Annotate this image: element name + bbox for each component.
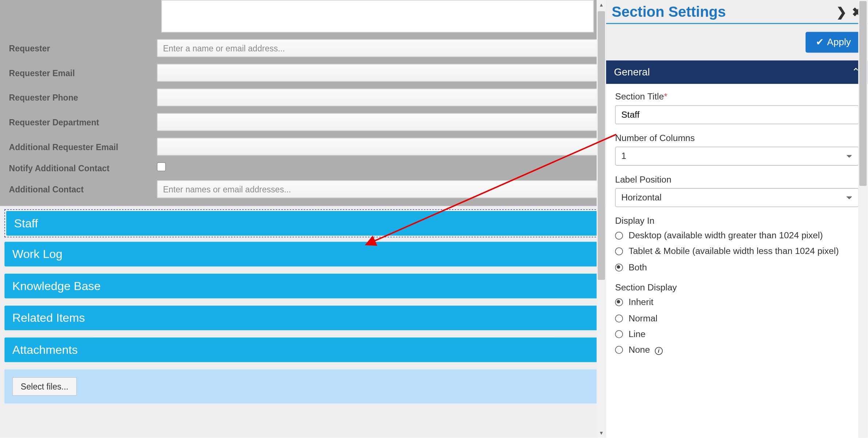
apply-button[interactable]: ✔ Apply	[806, 32, 861, 53]
requester-phone-label: Requester Phone	[4, 93, 157, 102]
section-bar-related[interactable]: Related Items	[4, 306, 601, 331]
section-bar-staff[interactable]: Staff	[6, 211, 600, 236]
info-icon[interactable]: i	[655, 347, 663, 355]
scroll-up-icon[interactable]: ▲	[597, 0, 606, 9]
radio-icon	[615, 330, 623, 338]
section-settings-panel: Section Settings ❯ ✖ ✔ Apply General ⌃ S…	[606, 0, 868, 438]
notify-additional-label: Notify Additional Contact	[4, 163, 157, 173]
requester-email-label: Requester Email	[4, 68, 157, 78]
radio-selected-icon	[615, 298, 623, 306]
rich-text-area[interactable]	[161, 0, 594, 32]
section-display-inherit-option[interactable]: Inherit	[615, 296, 859, 309]
requester-phone-input[interactable]	[157, 89, 602, 106]
display-in-label: Display In	[615, 216, 859, 226]
display-in-desktop-option[interactable]: Desktop (available width greater than 10…	[615, 230, 859, 242]
check-icon: ✔	[816, 36, 824, 48]
radio-icon	[615, 314, 623, 322]
requester-dept-input[interactable]	[157, 113, 602, 131]
apply-button-label: Apply	[827, 37, 851, 48]
section-display-normal-option[interactable]: Normal	[615, 312, 859, 324]
num-columns-select[interactable]: 1	[615, 146, 859, 165]
general-accordion-label: General	[614, 66, 650, 78]
requester-input[interactable]	[157, 39, 602, 57]
additional-contact-input[interactable]	[157, 180, 602, 198]
requester-email-input[interactable]	[157, 64, 602, 82]
section-display-label: Section Display	[615, 283, 859, 293]
label-position-label: Label Position	[615, 175, 859, 185]
section-title-label: Section Title*	[615, 92, 859, 102]
scroll-down-icon[interactable]: ▼	[597, 428, 606, 438]
radio-icon	[615, 346, 623, 354]
additional-email-label: Additional Requester Email	[4, 142, 157, 151]
section-bar-worklog[interactable]: Work Log	[4, 242, 601, 267]
right-scrollbar[interactable]	[858, 0, 868, 438]
general-accordion-header[interactable]: General ⌃	[606, 60, 868, 84]
selected-section-outline: Staff	[4, 209, 601, 237]
section-display-none-option[interactable]: None i	[615, 344, 859, 356]
section-title-input[interactable]	[615, 105, 859, 124]
display-in-tablet-option[interactable]: Tablet & Mobile (available width less th…	[615, 245, 859, 258]
right-scrollbar-thumb[interactable]	[859, 1, 867, 186]
panel-title: Section Settings	[612, 3, 726, 21]
collapse-icon[interactable]: ❯	[836, 6, 846, 18]
radio-selected-icon	[615, 263, 623, 271]
label-position-select[interactable]: Horizontal	[615, 188, 859, 207]
left-scrollbar[interactable]: ▲ ▼	[597, 0, 606, 438]
requester-dept-label: Requester Department	[4, 117, 157, 127]
radio-icon	[615, 248, 623, 256]
requester-label: Requester	[4, 43, 157, 53]
attachments-dropzone[interactable]: Select files...	[4, 369, 601, 404]
requester-fields-group: Requester Requester Email Requester Phon…	[0, 0, 606, 206]
section-display-line-option[interactable]: Line	[615, 328, 859, 340]
display-in-both-option[interactable]: Both	[615, 261, 859, 274]
additional-email-input[interactable]	[157, 138, 602, 156]
radio-icon	[615, 232, 623, 240]
section-bar-kb[interactable]: Knowledge Base	[4, 274, 601, 298]
form-designer-canvas: Requester Requester Email Requester Phon…	[0, 0, 606, 438]
additional-contact-label: Additional Contact	[4, 184, 157, 194]
section-bar-attachments[interactable]: Attachments	[4, 337, 601, 362]
select-files-button[interactable]: Select files...	[12, 377, 77, 396]
left-scrollbar-thumb[interactable]	[598, 11, 605, 280]
notify-additional-checkbox[interactable]	[157, 162, 166, 171]
num-columns-label: Number of Columns	[615, 133, 859, 144]
